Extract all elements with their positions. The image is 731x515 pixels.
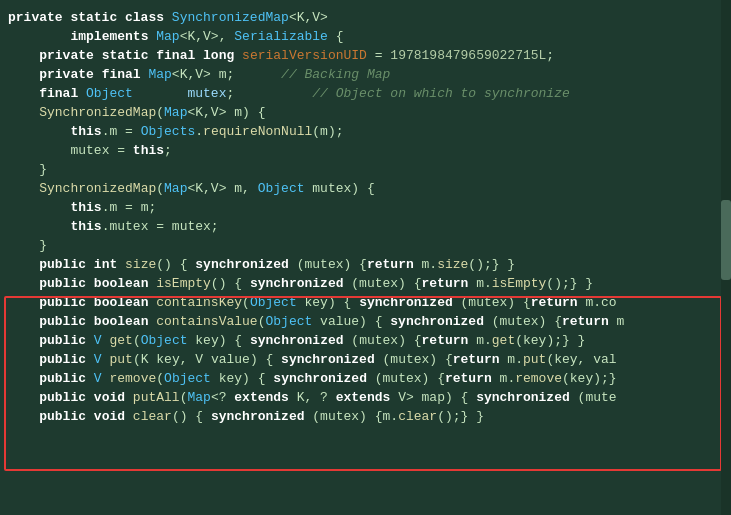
code-line-16: } <box>0 236 731 255</box>
code-line-20: public boolean containsKey(Object key) {… <box>0 293 731 312</box>
code-line-3: private static final long serialVersionU… <box>0 46 731 65</box>
code-line-24: public V put(K key, V value) { synchroni… <box>0 350 731 369</box>
code-line-13: SynchronizedMap(Map<K,V> m, Object mutex… <box>0 179 731 198</box>
code-line-18: public int size() { synchronized (mutex)… <box>0 255 731 274</box>
code-line-14: this.m = m; <box>0 198 731 217</box>
code-line-8: SynchronizedMap(Map<K,V> m) { <box>0 103 731 122</box>
code-line-26: public void putAll(Map<? extends K, ? ex… <box>0 388 731 407</box>
code-line-6: final Object mutex; // Object on which t… <box>0 84 731 103</box>
code-line-10: mutex = this; <box>0 141 731 160</box>
code-line-5: private final Map<K,V> m; // Backing Map <box>0 65 731 84</box>
code-line-21: public boolean containsValue(Object valu… <box>0 312 731 331</box>
code-line-25: public V remove(Object key) { synchroniz… <box>0 369 731 388</box>
code-line-11: } <box>0 160 731 179</box>
code-line-9: this.m = Objects.requireNonNull(m); <box>0 122 731 141</box>
code-line-19: public boolean isEmpty() { synchronized … <box>0 274 731 293</box>
code-line-27: public void clear() { synchronized (mute… <box>0 407 731 426</box>
code-line-15: this.mutex = mutex; <box>0 217 731 236</box>
scrollbar-thumb[interactable] <box>721 200 731 280</box>
code-line-22: public V get(Object key) { synchronized … <box>0 331 731 350</box>
code-editor: private static class SynchronizedMap<K,V… <box>0 0 731 515</box>
code-line-2: implements Map<K,V>, Serializable { <box>0 27 731 46</box>
code-line-1: private static class SynchronizedMap<K,V… <box>0 8 731 27</box>
scrollbar[interactable] <box>721 0 731 515</box>
